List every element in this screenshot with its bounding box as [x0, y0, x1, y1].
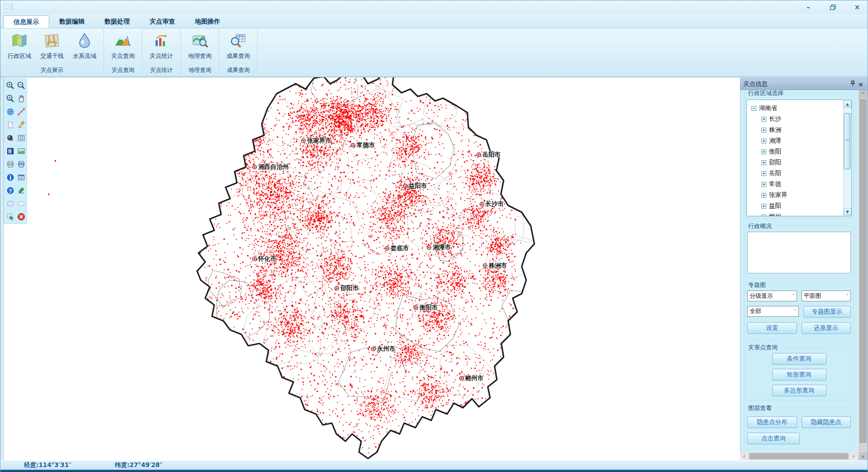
thematic-show-button[interactable]: 专题图显示	[803, 306, 851, 318]
tree-scroll-thumb[interactable]	[844, 113, 850, 169]
tab-信息展示[interactable]: 信息展示	[3, 15, 49, 28]
map-canvas[interactable]	[4, 77, 741, 460]
help-icon[interactable]: ?	[5, 186, 15, 195]
signature-icon[interactable]	[16, 186, 26, 195]
print-icon[interactable]	[5, 159, 15, 169]
expand-icon[interactable]: +	[761, 215, 766, 217]
click-query-button[interactable]: 点击查询	[747, 433, 800, 444]
delete-icon[interactable]	[16, 212, 26, 222]
tab-地图操作[interactable]: 地图操作	[185, 15, 230, 28]
tab-数据编辑[interactable]: 数据编辑	[49, 15, 94, 28]
scroll-right-icon[interactable]: ›	[849, 453, 858, 459]
tree-item-株洲[interactable]: +株洲	[751, 124, 842, 135]
close-button[interactable]: ×	[851, 2, 863, 12]
expand-icon[interactable]: +	[761, 149, 766, 154]
water-drop-icon	[76, 32, 93, 49]
expand-icon[interactable]: +	[761, 193, 766, 198]
minimize-button[interactable]: –	[802, 2, 814, 12]
pin-icon[interactable]	[849, 81, 857, 88]
tree-item-label: 湘潭	[769, 137, 781, 145]
thematic-level-select[interactable]: 分级显示 ˅	[747, 291, 797, 301]
hscroll-thumb[interactable]	[749, 453, 849, 459]
window-icon[interactable]	[16, 172, 26, 182]
tree-scroll-down-icon[interactable]: ▼	[844, 208, 851, 215]
scroll-left-icon[interactable]: ‹	[740, 453, 748, 459]
collapse-icon[interactable]: −	[751, 106, 756, 111]
ribbon-button-成果查询[interactable]: 成果查询	[222, 30, 255, 66]
ribbon-button-行政区域[interactable]: 行政区域	[3, 30, 36, 66]
expand-icon[interactable]: +	[761, 204, 766, 209]
vscroll-thumb[interactable]	[859, 99, 867, 443]
tab-灾点审查[interactable]: 灾点审查	[140, 15, 185, 28]
panel-vertical-scrollbar[interactable]: ^ v	[859, 90, 868, 460]
thematic-scope-select[interactable]: 全部 ˅	[747, 306, 799, 317]
expand-icon[interactable]: +	[761, 138, 766, 143]
ribbon-button-灾点查询[interactable]: 灾点查询	[107, 30, 139, 66]
tree-item-湘潭[interactable]: +湘潭	[751, 135, 842, 146]
info-icon[interactable]: i	[5, 172, 15, 182]
ribbon-button-地理查询[interactable]: 地理查询	[184, 30, 216, 66]
select-icon[interactable]	[5, 212, 15, 222]
query-button-多边形查询[interactable]: 多边形查询	[772, 385, 826, 396]
expand-icon[interactable]: +	[761, 117, 766, 122]
tree-item-郴州[interactable]: +郴州	[751, 211, 842, 216]
image-icon[interactable]	[16, 146, 26, 156]
restore-display-button[interactable]: 还原显示	[802, 322, 851, 334]
layers-icon[interactable]	[5, 146, 15, 156]
panel-close-icon[interactable]: ×	[857, 81, 865, 88]
zoom-in-icon[interactable]	[5, 81, 15, 91]
thematic-type-select[interactable]: 平面图 ˅	[802, 291, 851, 301]
tree-item-长沙[interactable]: +长沙	[751, 114, 842, 124]
chevron-down-icon: ˅	[794, 309, 797, 315]
ribbon-button-label: 成果查询	[226, 52, 250, 60]
query-button-矩形查询[interactable]: 矩形查询	[772, 369, 826, 381]
tree-item-邵阳[interactable]: +邵阳	[751, 157, 842, 168]
hide-hazard-button[interactable]: 隐藏隐患点	[802, 416, 851, 428]
panel-horizontal-scrollbar[interactable]: ‹ ›	[740, 452, 858, 460]
hazard-distribution-button[interactable]: 隐患点分布	[747, 416, 797, 428]
tree-item-张家界[interactable]: +张家界	[751, 190, 842, 200]
expand-icon[interactable]: +	[761, 171, 766, 176]
restore-icon	[830, 5, 836, 10]
eye-icon[interactable]	[5, 133, 15, 143]
grid-icon[interactable]	[16, 133, 26, 143]
scroll-up-icon[interactable]: ^	[859, 90, 868, 98]
expand-icon[interactable]: +	[761, 128, 766, 133]
ellipse-icon[interactable]	[16, 199, 26, 209]
ribbon-button-label: 行政区域	[8, 52, 31, 60]
tree-scroll-up-icon[interactable]: ▲	[844, 100, 851, 108]
ribbon-button-label: 交通干线	[40, 52, 64, 60]
map-viewport[interactable]: 张家界市常德市岳阳市湘西自治州益阳市长沙市娄底市湘潭市株洲市怀化市邵阳市衡阳市永…	[3, 77, 740, 460]
tree-item-益阳[interactable]: +益阳	[751, 200, 842, 211]
brush-icon[interactable]	[16, 120, 26, 130]
tree-scrollbar[interactable]: ▲ ▼	[843, 100, 851, 215]
expand-icon[interactable]: +	[761, 160, 766, 165]
rectangle-icon[interactable]	[5, 199, 15, 209]
ribbon-button-交通干线[interactable]: 交通干线	[36, 30, 68, 66]
tree-item-常德[interactable]: +常德	[751, 179, 842, 190]
query-button-条件查询[interactable]: 条件查询	[772, 353, 826, 365]
print-preview-icon[interactable]	[16, 159, 26, 169]
ribbon-button-水系流域[interactable]: 水系流域	[68, 30, 101, 66]
expand-icon[interactable]: +	[761, 182, 766, 187]
overview-textarea[interactable]	[747, 232, 851, 273]
restore-button[interactable]	[827, 2, 839, 12]
measure-icon[interactable]	[16, 107, 26, 117]
ribbon-group-灾点展示: 行政区域交通干线水系流域灾点展示	[0, 29, 104, 76]
tree-item-湖南省[interactable]: −湖南省	[751, 103, 842, 114]
tree-item-岳阳[interactable]: +岳阳	[751, 168, 842, 179]
svg-text:?: ?	[9, 188, 12, 194]
tab-数据处理[interactable]: 数据处理	[94, 15, 140, 28]
tree-item-衡阳[interactable]: +衡阳	[751, 146, 842, 157]
zoom-out-icon[interactable]	[16, 81, 26, 91]
ribbon-group-label: 灾点查询	[112, 66, 134, 76]
settings-button[interactable]: 设置	[747, 322, 797, 334]
ribbon-group-label: 灾点展示	[41, 66, 63, 76]
zoom-extent-icon[interactable]: ±	[5, 94, 15, 104]
scroll-down-icon[interactable]: v	[859, 452, 868, 460]
globe-icon[interactable]	[5, 107, 15, 117]
ribbon-button-灾点统计[interactable]: 灾点统计	[145, 30, 178, 66]
page-icon[interactable]	[5, 120, 15, 130]
svg-text:±: ±	[8, 95, 11, 100]
pan-icon[interactable]	[16, 94, 26, 104]
